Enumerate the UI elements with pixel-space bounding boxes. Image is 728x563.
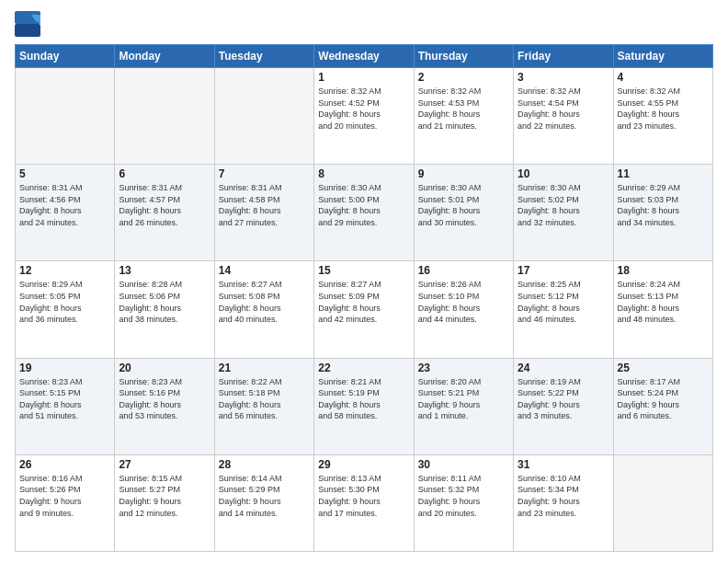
day-number: 31 <box>518 458 609 471</box>
day-cell: 31Sunrise: 8:10 AM Sunset: 5:34 PM Dayli… <box>514 454 613 551</box>
day-number: 10 <box>518 167 609 180</box>
day-cell: 15Sunrise: 8:27 AM Sunset: 5:09 PM Dayli… <box>314 261 414 358</box>
day-info: Sunrise: 8:28 AM Sunset: 5:06 PM Dayligh… <box>119 279 210 325</box>
weekday-monday: Monday <box>115 45 214 68</box>
day-number: 25 <box>618 362 709 374</box>
day-cell: 16Sunrise: 8:26 AM Sunset: 5:10 PM Dayli… <box>414 261 513 358</box>
day-info: Sunrise: 8:27 AM Sunset: 5:09 PM Dayligh… <box>318 279 409 325</box>
day-info: Sunrise: 8:24 AM Sunset: 5:13 PM Dayligh… <box>618 279 709 325</box>
day-info: Sunrise: 8:25 AM Sunset: 5:12 PM Dayligh… <box>518 279 609 325</box>
calendar-table: SundayMondayTuesdayWednesdayThursdayFrid… <box>15 44 713 552</box>
week-row-5: 26Sunrise: 8:16 AM Sunset: 5:26 PM Dayli… <box>16 454 713 551</box>
day-info: Sunrise: 8:16 AM Sunset: 5:26 PM Dayligh… <box>19 473 110 519</box>
day-info: Sunrise: 8:26 AM Sunset: 5:10 PM Dayligh… <box>418 279 509 325</box>
day-info: Sunrise: 8:19 AM Sunset: 5:22 PM Dayligh… <box>518 376 609 422</box>
day-cell: 3Sunrise: 8:32 AM Sunset: 4:54 PM Daylig… <box>514 68 613 165</box>
day-cell: 18Sunrise: 8:24 AM Sunset: 5:13 PM Dayli… <box>613 261 712 358</box>
logo <box>15 11 44 37</box>
day-cell <box>613 454 712 551</box>
day-cell <box>115 68 214 165</box>
svg-rect-1 <box>15 24 40 37</box>
day-cell: 11Sunrise: 8:29 AM Sunset: 5:03 PM Dayli… <box>613 165 712 261</box>
day-number: 1 <box>318 71 409 84</box>
header <box>15 11 713 37</box>
day-info: Sunrise: 8:14 AM Sunset: 5:29 PM Dayligh… <box>219 473 310 519</box>
day-info: Sunrise: 8:23 AM Sunset: 5:16 PM Dayligh… <box>119 376 210 422</box>
day-info: Sunrise: 8:13 AM Sunset: 5:30 PM Dayligh… <box>318 473 409 519</box>
day-number: 3 <box>518 71 609 84</box>
weekday-friday: Friday <box>514 45 613 68</box>
day-cell: 25Sunrise: 8:17 AM Sunset: 5:24 PM Dayli… <box>613 358 712 454</box>
day-cell: 17Sunrise: 8:25 AM Sunset: 5:12 PM Dayli… <box>514 261 613 358</box>
day-number: 29 <box>318 458 409 471</box>
day-cell: 30Sunrise: 8:11 AM Sunset: 5:32 PM Dayli… <box>414 454 513 551</box>
weekday-header-row: SundayMondayTuesdayWednesdayThursdayFrid… <box>16 45 713 68</box>
day-cell: 24Sunrise: 8:19 AM Sunset: 5:22 PM Dayli… <box>514 358 613 454</box>
day-cell <box>16 68 115 165</box>
day-number: 12 <box>19 264 110 277</box>
day-cell: 29Sunrise: 8:13 AM Sunset: 5:30 PM Dayli… <box>314 454 414 551</box>
day-cell: 2Sunrise: 8:32 AM Sunset: 4:53 PM Daylig… <box>414 68 513 165</box>
logo-icon <box>15 11 40 37</box>
day-info: Sunrise: 8:30 AM Sunset: 5:02 PM Dayligh… <box>518 182 609 228</box>
day-info: Sunrise: 8:20 AM Sunset: 5:21 PM Dayligh… <box>418 376 509 422</box>
day-number: 19 <box>19 362 110 374</box>
day-cell: 4Sunrise: 8:32 AM Sunset: 4:55 PM Daylig… <box>613 68 712 165</box>
weekday-thursday: Thursday <box>414 45 513 68</box>
day-info: Sunrise: 8:31 AM Sunset: 4:58 PM Dayligh… <box>219 182 310 228</box>
weekday-sunday: Sunday <box>16 45 115 68</box>
day-number: 18 <box>618 264 709 277</box>
day-cell: 1Sunrise: 8:32 AM Sunset: 4:52 PM Daylig… <box>314 68 414 165</box>
day-number: 11 <box>618 167 709 180</box>
day-info: Sunrise: 8:21 AM Sunset: 5:19 PM Dayligh… <box>318 376 409 422</box>
weekday-tuesday: Tuesday <box>214 45 313 68</box>
day-info: Sunrise: 8:15 AM Sunset: 5:27 PM Dayligh… <box>119 473 210 519</box>
day-cell <box>214 68 313 165</box>
day-number: 4 <box>618 71 709 84</box>
day-number: 27 <box>119 458 210 471</box>
day-number: 26 <box>19 458 110 471</box>
day-cell: 5Sunrise: 8:31 AM Sunset: 4:56 PM Daylig… <box>16 165 115 261</box>
day-number: 14 <box>219 264 310 277</box>
day-cell: 7Sunrise: 8:31 AM Sunset: 4:58 PM Daylig… <box>214 165 313 261</box>
day-number: 17 <box>518 264 609 277</box>
day-info: Sunrise: 8:32 AM Sunset: 4:55 PM Dayligh… <box>618 86 709 132</box>
day-cell: 21Sunrise: 8:22 AM Sunset: 5:18 PM Dayli… <box>214 358 313 454</box>
day-number: 5 <box>19 167 110 180</box>
day-number: 7 <box>219 167 310 180</box>
day-info: Sunrise: 8:10 AM Sunset: 5:34 PM Dayligh… <box>518 473 609 519</box>
day-number: 8 <box>318 167 409 180</box>
weekday-saturday: Saturday <box>613 45 712 68</box>
day-number: 13 <box>119 264 210 277</box>
page: SundayMondayTuesdayWednesdayThursdayFrid… <box>0 0 728 563</box>
day-number: 23 <box>418 362 509 374</box>
day-number: 21 <box>219 362 310 374</box>
day-cell: 9Sunrise: 8:30 AM Sunset: 5:01 PM Daylig… <box>414 165 513 261</box>
day-info: Sunrise: 8:31 AM Sunset: 4:56 PM Dayligh… <box>19 182 110 228</box>
day-cell: 6Sunrise: 8:31 AM Sunset: 4:57 PM Daylig… <box>115 165 214 261</box>
day-cell: 23Sunrise: 8:20 AM Sunset: 5:21 PM Dayli… <box>414 358 513 454</box>
day-number: 30 <box>418 458 509 471</box>
day-number: 9 <box>418 167 509 180</box>
day-cell: 27Sunrise: 8:15 AM Sunset: 5:27 PM Dayli… <box>115 454 214 551</box>
day-number: 24 <box>518 362 609 374</box>
day-cell: 8Sunrise: 8:30 AM Sunset: 5:00 PM Daylig… <box>314 165 414 261</box>
week-row-1: 1Sunrise: 8:32 AM Sunset: 4:52 PM Daylig… <box>16 68 713 165</box>
day-number: 22 <box>318 362 409 374</box>
day-number: 20 <box>119 362 210 374</box>
day-info: Sunrise: 8:27 AM Sunset: 5:08 PM Dayligh… <box>219 279 310 325</box>
day-info: Sunrise: 8:29 AM Sunset: 5:03 PM Dayligh… <box>618 182 709 228</box>
day-info: Sunrise: 8:23 AM Sunset: 5:15 PM Dayligh… <box>19 376 110 422</box>
weekday-wednesday: Wednesday <box>314 45 414 68</box>
day-info: Sunrise: 8:29 AM Sunset: 5:05 PM Dayligh… <box>19 279 110 325</box>
week-row-3: 12Sunrise: 8:29 AM Sunset: 5:05 PM Dayli… <box>16 261 713 358</box>
day-info: Sunrise: 8:32 AM Sunset: 4:54 PM Dayligh… <box>518 86 609 132</box>
day-cell: 22Sunrise: 8:21 AM Sunset: 5:19 PM Dayli… <box>314 358 414 454</box>
week-row-4: 19Sunrise: 8:23 AM Sunset: 5:15 PM Dayli… <box>16 358 713 454</box>
day-cell: 20Sunrise: 8:23 AM Sunset: 5:16 PM Dayli… <box>115 358 214 454</box>
day-number: 15 <box>318 264 409 277</box>
day-info: Sunrise: 8:32 AM Sunset: 4:53 PM Dayligh… <box>418 86 509 132</box>
day-cell: 14Sunrise: 8:27 AM Sunset: 5:08 PM Dayli… <box>214 261 313 358</box>
day-cell: 19Sunrise: 8:23 AM Sunset: 5:15 PM Dayli… <box>16 358 115 454</box>
day-number: 16 <box>418 264 509 277</box>
